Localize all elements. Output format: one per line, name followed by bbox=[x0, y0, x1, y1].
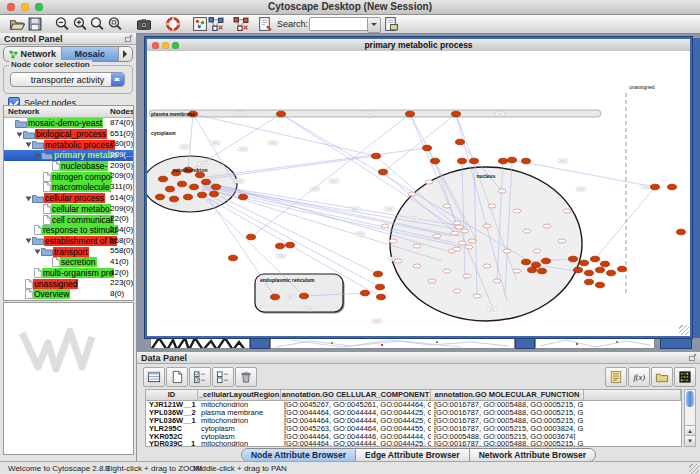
network-node[interactable] bbox=[618, 266, 627, 272]
network-node[interactable] bbox=[522, 259, 531, 265]
network-node[interactable] bbox=[601, 261, 610, 267]
network-node[interactable] bbox=[558, 239, 566, 243]
network-node[interactable] bbox=[498, 189, 506, 193]
tree-row[interactable]: cellular process614(0) bbox=[4, 193, 133, 204]
import-button[interactable] bbox=[383, 16, 399, 32]
network-node[interactable] bbox=[170, 196, 179, 202]
network-node[interactable] bbox=[413, 264, 421, 268]
network-node[interactable] bbox=[574, 267, 583, 273]
network-node[interactable] bbox=[513, 269, 521, 273]
network-node[interactable] bbox=[178, 181, 187, 187]
tree-row[interactable]: unassigned223(0) bbox=[4, 278, 133, 289]
network-node[interactable] bbox=[468, 239, 476, 243]
float-panel-icon[interactable] bbox=[124, 34, 133, 43]
tree-row[interactable]: mosaic-demo-yeast874(0) bbox=[4, 118, 133, 129]
float-panel-icon[interactable] bbox=[688, 353, 697, 362]
tree-row[interactable]: response to stimulu264(0) bbox=[4, 225, 133, 236]
network-node[interactable] bbox=[408, 192, 416, 196]
tab-mosaic[interactable]: Mosaic bbox=[62, 47, 120, 61]
search-input[interactable] bbox=[309, 17, 369, 31]
network-node[interactable] bbox=[376, 284, 385, 290]
layout-red-button[interactable] bbox=[233, 16, 249, 32]
disclosure-triangle-icon[interactable] bbox=[34, 248, 41, 255]
annotation-button[interactable] bbox=[257, 16, 273, 32]
scrollbar-thumb[interactable] bbox=[686, 391, 694, 407]
network-node[interactable] bbox=[543, 224, 551, 228]
network-node[interactable] bbox=[196, 172, 205, 178]
tree-row[interactable]: establishment of lo558(0) bbox=[4, 236, 133, 247]
heatmap-button[interactable] bbox=[674, 367, 696, 387]
column-header[interactable]: ID bbox=[146, 390, 198, 400]
network-node[interactable] bbox=[508, 157, 517, 163]
combobox-stepper-icon[interactable] bbox=[111, 73, 124, 86]
network-node[interactable] bbox=[473, 294, 481, 298]
network-node[interactable] bbox=[184, 194, 193, 200]
network-node[interactable] bbox=[239, 194, 248, 200]
network-node[interactable] bbox=[276, 243, 285, 249]
network-node[interactable] bbox=[458, 241, 466, 245]
table-row[interactable]: YLR295Ccytoplasm[GO:0045263, GO:0044464,… bbox=[146, 425, 681, 433]
tab-network[interactable]: Network bbox=[4, 47, 62, 61]
tab-scroll-right-button[interactable] bbox=[119, 47, 132, 61]
tree-row[interactable]: multi-organism pro42(0) bbox=[4, 268, 133, 279]
network-node[interactable] bbox=[461, 229, 469, 233]
network-node[interactable] bbox=[569, 256, 578, 262]
network-node[interactable] bbox=[379, 169, 388, 175]
network-node[interactable] bbox=[528, 267, 537, 273]
birdseye-view-panel[interactable] bbox=[3, 302, 134, 455]
disclosure-triangle-icon[interactable] bbox=[25, 237, 32, 244]
network-node[interactable] bbox=[483, 264, 491, 268]
network-node[interactable] bbox=[389, 239, 397, 243]
tab-node-attribute-browser[interactable]: Node Attribute Browser bbox=[242, 449, 356, 461]
network-node[interactable] bbox=[488, 204, 496, 208]
network-node[interactable] bbox=[542, 258, 551, 264]
tree-row[interactable]: primary metabo209(... bbox=[4, 150, 133, 161]
network-node[interactable] bbox=[453, 289, 461, 293]
network-node[interactable] bbox=[361, 290, 370, 296]
tree-row[interactable]: nitrogen compo209(0) bbox=[4, 171, 133, 182]
tree-row[interactable]: metabolic process280(0) bbox=[4, 139, 133, 150]
network-node[interactable] bbox=[423, 145, 432, 151]
network-node[interactable] bbox=[271, 294, 280, 300]
network-node[interactable] bbox=[585, 279, 594, 285]
network-node[interactable] bbox=[198, 192, 207, 198]
network-node[interactable] bbox=[538, 268, 547, 274]
network-node[interactable] bbox=[377, 294, 386, 300]
fx-button[interactable]: f(x) bbox=[628, 367, 650, 387]
tab-edge-attribute-browser[interactable]: Edge Attribute Browser bbox=[356, 449, 470, 461]
network-node[interactable] bbox=[286, 242, 295, 248]
tree-row[interactable]: macromolecule311(0) bbox=[4, 182, 133, 193]
network-node[interactable] bbox=[493, 279, 501, 283]
network-node[interactable] bbox=[677, 229, 686, 235]
network-node[interactable] bbox=[563, 209, 571, 213]
table-row[interactable]: YKR052Ccytoplasm[GO:0044464, GO:0044446,… bbox=[146, 433, 681, 441]
table-row[interactable]: YPL036W__1mitochondrion[GO:0044464, GO:0… bbox=[146, 417, 681, 425]
column-header[interactable]: _cellularLayoutRegion bbox=[198, 390, 281, 400]
disclosure-triangle-icon[interactable] bbox=[34, 152, 41, 159]
unselect-all-button[interactable] bbox=[212, 367, 234, 387]
tree-row[interactable]: secretion41(0) bbox=[4, 257, 133, 268]
select-all-button[interactable] bbox=[189, 367, 211, 387]
new-attr-button[interactable] bbox=[166, 367, 188, 387]
network-node[interactable] bbox=[159, 176, 168, 182]
network-node[interactable] bbox=[453, 247, 461, 251]
network-node[interactable] bbox=[190, 184, 199, 190]
title-bar[interactable]: Cytoscape Desktop (New Session) bbox=[0, 0, 700, 15]
open-folder-button[interactable] bbox=[651, 367, 673, 387]
attr-table-button[interactable] bbox=[143, 367, 165, 387]
network-node[interactable] bbox=[229, 255, 238, 261]
tree-row[interactable]: cell communicat22(0) bbox=[4, 214, 133, 225]
network-node[interactable] bbox=[596, 267, 605, 273]
network-node[interactable] bbox=[166, 186, 175, 192]
tab-network-attribute-browser[interactable]: Network Attribute Browser bbox=[470, 449, 595, 461]
search-dropdown-arrow-icon[interactable] bbox=[367, 17, 381, 33]
network-node[interactable] bbox=[433, 234, 441, 238]
scroll-down-button[interactable]: ▼ bbox=[685, 435, 695, 446]
network-node[interactable] bbox=[522, 158, 531, 164]
column-header[interactable]: annotation.GO MOLECULAR_FUNCTION bbox=[431, 390, 584, 400]
table-row[interactable]: YPL036W__2plasma membrane[GO:0044464, GO… bbox=[146, 409, 681, 417]
disclosure-triangle-icon[interactable] bbox=[16, 131, 23, 138]
network-node[interactable] bbox=[463, 274, 471, 278]
network-node[interactable] bbox=[499, 158, 508, 164]
network-view-window[interactable]: primary metabolic process plasma membran… bbox=[145, 37, 692, 338]
